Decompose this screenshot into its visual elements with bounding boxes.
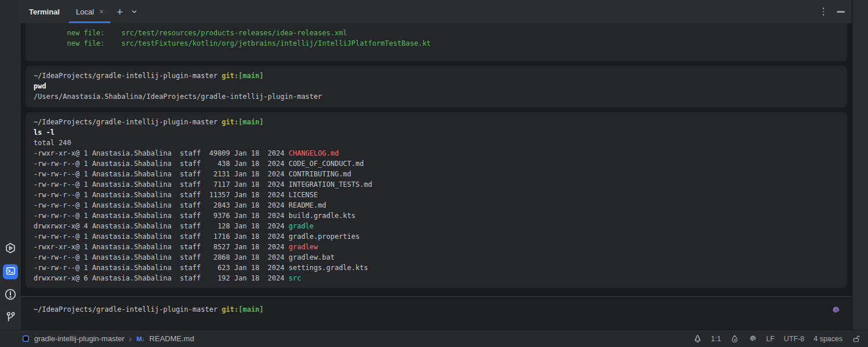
file-name: src	[289, 274, 301, 282]
terminal-tool-window: Terminal Local × + new file: src/test/re…	[21, 0, 852, 330]
breadcrumb-file-name[interactable]: README.md	[149, 334, 194, 343]
droplet-icon[interactable]	[730, 334, 739, 343]
ls-row: drwxrwxr-x@ 4 Anastasia.Shabalina staff …	[34, 221, 839, 231]
caret-position-widget[interactable]: 1:1	[711, 335, 721, 343]
command-ls: ls -l	[34, 127, 839, 138]
ls-row: -rw-rw-r--@ 1 Anastasia.Shabalina staff …	[34, 169, 839, 179]
unlock-icon[interactable]	[852, 334, 860, 343]
problems-icon	[5, 289, 16, 302]
terminal-output-area: new file: src/test/resources/products-re…	[21, 23, 852, 330]
encoding-widget[interactable]: UTF-8	[784, 335, 804, 343]
tool-window-title: Terminal	[29, 8, 60, 16]
ai-assistant-swirl-icon[interactable]	[831, 305, 840, 315]
new-tab-dropdown-chevron-icon[interactable]	[130, 8, 138, 16]
git-status-line: new file: src/test/resources/products-re…	[34, 28, 839, 38]
file-name: gradlew.bat	[289, 253, 334, 261]
status-widgets: 1:1 LF UTF-8 4 spaces	[693, 334, 868, 343]
ai-status-swirl-icon[interactable]	[748, 334, 757, 343]
file-name: INTEGRATION_TESTS.md	[289, 180, 373, 189]
ls-row: drwxrwxr-x@ 6 Anastasia.Shabalina staff …	[34, 273, 839, 283]
tab-close-icon[interactable]: ×	[99, 8, 104, 16]
line-separator-widget[interactable]: LF	[766, 335, 775, 343]
ls-row: -rw-rw-r--@ 1 Anastasia.Shabalina staff …	[34, 231, 839, 242]
file-name: LICENSE	[289, 191, 318, 199]
command-pwd: pwd	[34, 81, 839, 91]
breadcrumb-project-name[interactable]: gradle-intellij-plugin-master	[34, 334, 124, 343]
prompt-line: ~/IdeaProjects/gradle-intellij-plugin-ma…	[34, 71, 839, 81]
git-branch-icon	[5, 311, 16, 324]
terminal-block-pwd: ~/IdeaProjects/gradle-intellij-plugin-ma…	[25, 66, 847, 108]
ls-listing: -rwxr-xr-x@ 1 Anastasia.Shabalina staff …	[34, 148, 839, 283]
file-name: CODE_OF_CONDUCT.md	[289, 160, 364, 168]
current-prompt-line: ~/IdeaProjects/gradle-intellij-plugin-ma…	[34, 304, 852, 315]
terminal-icon	[6, 266, 16, 278]
git-status-lines: new file: src/test/resources/products-re…	[34, 28, 839, 49]
ls-total: total 240	[34, 138, 839, 148]
ls-row: -rwxr-xr-x@ 1 Anastasia.Shabalina staff …	[34, 242, 839, 252]
terminal-header: Terminal Local × +	[21, 0, 852, 23]
ls-row: -rw-rw-r--@ 1 Anastasia.Shabalina staff …	[34, 179, 839, 190]
new-tab-button[interactable]: +	[112, 6, 127, 17]
status-bar: gradle-intellij-plugin-master › M↓ READM…	[0, 330, 868, 347]
terminal-tool-button[interactable]	[3, 264, 18, 279]
ls-row: -rw-rw-r--@ 1 Anastasia.Shabalina staff …	[34, 200, 839, 211]
terminal-block-ls: ~/IdeaProjects/gradle-intellij-plugin-ma…	[25, 112, 847, 288]
file-name: CONTRIBUTING.md	[289, 170, 351, 178]
version-control-tool-button[interactable]	[0, 309, 21, 326]
file-name: README.md	[289, 201, 326, 209]
services-icon	[5, 242, 16, 256]
tab-label: Local	[76, 8, 94, 16]
pwd-output: /Users/Anastasia.Shabalina/IdeaProjects/…	[34, 91, 839, 102]
hide-tool-window-icon[interactable]	[837, 11, 845, 13]
tool-window-stripe	[0, 0, 21, 330]
indent-widget[interactable]: 4 spaces	[814, 335, 843, 343]
ls-row: -rw-rw-r--@ 1 Anastasia.Shabalina staff …	[34, 158, 839, 169]
ls-row: -rw-rw-r--@ 1 Anastasia.Shabalina staff …	[34, 252, 839, 263]
ls-row: -rw-rw-r--@ 1 Anastasia.Shabalina staff …	[34, 263, 839, 273]
services-tool-button[interactable]	[0, 241, 21, 258]
tab-local[interactable]: Local ×	[69, 0, 111, 23]
options-menu-icon[interactable]	[821, 5, 827, 18]
editor-panel-edge	[852, 0, 868, 330]
terminal-input-block[interactable]: ~/IdeaProjects/gradle-intellij-plugin-ma…	[21, 296, 852, 330]
problems-tool-button[interactable]	[0, 287, 21, 304]
breadcrumb: gradle-intellij-plugin-master › M↓ READM…	[0, 334, 194, 344]
terminal-block-git-status: new file: src/test/resources/products-re…	[25, 23, 847, 61]
breadcrumb-chevron-icon: ›	[129, 334, 132, 344]
file-name: gradle.properties	[289, 232, 360, 241]
project-icon	[22, 335, 30, 342]
tree-icon[interactable]	[693, 334, 702, 343]
file-name: CHANGELOG.md	[289, 149, 339, 157]
ls-row: -rw-rw-r--@ 1 Anastasia.Shabalina staff …	[34, 211, 839, 221]
file-name: gradlew	[289, 243, 318, 251]
markdown-file-icon: M↓	[137, 335, 145, 342]
file-name: settings.gradle.kts	[289, 264, 368, 272]
ls-row: -rw-rw-r--@ 1 Anastasia.Shabalina staff …	[34, 190, 839, 200]
git-status-line: new file: src/testFixtures/kotlin/org/je…	[34, 38, 839, 49]
file-name: build.gradle.kts	[289, 212, 356, 220]
file-name: gradle	[289, 222, 314, 230]
ls-row: -rwxr-xr-x@ 1 Anastasia.Shabalina staff …	[34, 148, 839, 158]
prompt-line: ~/IdeaProjects/gradle-intellij-plugin-ma…	[34, 117, 839, 127]
